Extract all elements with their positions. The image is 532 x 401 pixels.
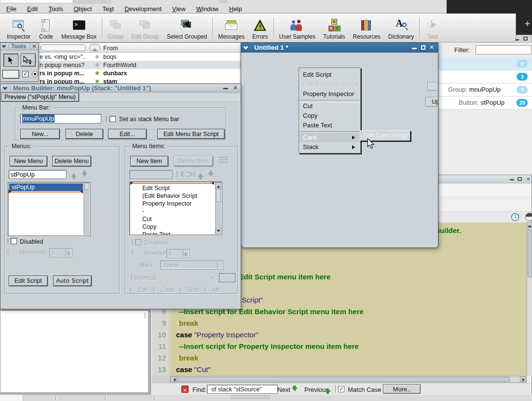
pane-grip-icon[interactable]: [146, 313, 146, 318]
list-scrollbar[interactable]: [215, 182, 221, 234]
listbox-item-edit-script[interactable]: Edit Script: [131, 184, 214, 192]
close-icon[interactable]: [429, 44, 434, 51]
menus-listbox[interactable]: stPopUp: [8, 182, 91, 236]
listbox-item-item[interactable]: -: [131, 207, 214, 215]
delete-item-button[interactable]: Delete Item: [174, 156, 213, 166]
listbox-item-copy[interactable]: Copy: [131, 223, 214, 231]
checkbox-tool-icon[interactable]: [22, 71, 28, 77]
toolbar-button-edit-group[interactable]: Edit Group: [127, 15, 163, 41]
more-button[interactable]: More..: [383, 384, 421, 394]
auto-script-button[interactable]: Auto Script: [53, 276, 92, 286]
scroll-up-icon[interactable]: [216, 182, 221, 189]
delete-menu-button[interactable]: Delete Menu: [52, 156, 91, 166]
reorder-grid-icon[interactable]: [219, 157, 228, 164]
close-icon[interactable]: [526, 176, 531, 182]
item-name-field[interactable]: [129, 170, 173, 179]
new-menubar-button[interactable]: New...: [20, 129, 60, 139]
new-tab-icon[interactable]: [525, 18, 530, 29]
modifier-ctrl-label[interactable]: Ctrl: [138, 287, 147, 293]
menubar-item-edit[interactable]: Edit: [22, 4, 43, 14]
tools-titlebar[interactable]: Tools: [0, 43, 38, 50]
item-mnemonic-stepper[interactable]: ſ: [166, 249, 190, 258]
menu-item-paste-text[interactable]: Paste Text: [299, 121, 360, 130]
modifier-alt-label[interactable]: Alt: [212, 287, 219, 293]
toolbar-button-messages[interactable]: Messages: [214, 15, 248, 41]
menubar-item-text[interactable]: Text: [97, 4, 119, 14]
resize-grip-icon[interactable]: [231, 396, 270, 399]
menu-item-property-inspector[interactable]: Property Inspector: [299, 89, 360, 99]
close-icon[interactable]: [233, 84, 238, 91]
maximize-icon[interactable]: [518, 177, 522, 181]
pointer-tool-button[interactable]: [3, 54, 18, 67]
menus-list-selected-item[interactable]: stPopUp: [9, 183, 83, 191]
shortcut-key-field[interactable]: [219, 273, 235, 282]
mark-dropdown[interactable]: None: [160, 261, 224, 270]
outdent-icon[interactable]: [177, 171, 185, 178]
menubar-item-file[interactable]: File: [1, 4, 22, 14]
scroll-up-icon[interactable]: [527, 222, 532, 228]
edit-menu-script-button[interactable]: Edit Script: [9, 276, 48, 286]
menu-item-edit-behavior-script[interactable]: Edit Behavior Script: [299, 80, 360, 89]
find-input[interactable]: of stack "stSource": [207, 385, 278, 394]
email-search-field[interactable]: [41, 44, 86, 51]
toolbar-button-test[interactable]: Test: [421, 15, 444, 41]
listbox-item-paste-text[interactable]: Paste Text: [131, 231, 214, 235]
clipped-control[interactable]: [427, 82, 438, 91]
stack-titlebar[interactable]: Untitled 1 *: [241, 43, 438, 53]
toolbar-button-resources[interactable]: Resources: [349, 15, 384, 41]
edit-menubar-button[interactable]: Edit...: [108, 129, 147, 139]
chevron-down-icon[interactable]: [244, 45, 248, 50]
clipped-stpopup-button[interactable]: Up: [425, 97, 438, 107]
new-menu-button[interactable]: New Menu: [10, 156, 47, 166]
project-row[interactable]: 0: [437, 57, 532, 70]
history-clock-icon[interactable]: [511, 213, 519, 223]
menu-items-listbox[interactable]: Edit Script(Edit Behavior ScriptProperty…: [129, 181, 222, 235]
move-item-up-icon[interactable]: [197, 170, 205, 178]
chevron-down-icon[interactable]: [2, 44, 6, 48]
scrollbar-thumb[interactable]: [177, 377, 510, 382]
chevron-down-icon[interactable]: [3, 85, 8, 90]
scroll-right-icon[interactable]: [520, 376, 526, 382]
move-item-down-icon[interactable]: [207, 170, 215, 178]
listbox-item-edit-behavior-script[interactable]: (Edit Behavior Script: [131, 192, 214, 200]
listbox-item-cut[interactable]: Cut: [131, 215, 214, 223]
modifier-cmd-label[interactable]: Cmd: [161, 287, 174, 293]
menubar-item-view[interactable]: View: [167, 4, 191, 14]
from-column-header[interactable]: From: [103, 44, 118, 52]
close-find-icon[interactable]: [181, 386, 189, 393]
spinner-icon[interactable]: [66, 249, 71, 256]
minimize-icon[interactable]: [510, 179, 514, 180]
edit-menubar-script-button[interactable]: Edit Menu Bar Script: [157, 129, 225, 139]
spinner-icon[interactable]: [217, 262, 222, 269]
menu-item-copy[interactable]: Copy: [299, 111, 360, 121]
find-next-button[interactable]: Next: [277, 386, 290, 393]
menubar-name-field[interactable]: mnuPopUp: [20, 114, 101, 124]
scrollbar-thumb[interactable]: [216, 189, 221, 202]
match-case-checkbox[interactable]: [338, 386, 344, 392]
maximize-icon[interactable]: [421, 45, 425, 50]
toolbar-button-dictionary[interactable]: Dictionary: [384, 15, 418, 41]
toolbar-button-select-grouped[interactable]: Select Grouped: [163, 15, 211, 41]
menu-name-field[interactable]: stPopUp: [9, 170, 67, 179]
toolbar-button-group[interactable]: Group: [104, 15, 127, 41]
indent-icon[interactable]: [187, 171, 195, 178]
move-down-icon[interactable]: [81, 170, 88, 178]
menu-mnemonic-stepper[interactable]: ſ: [49, 248, 72, 257]
menu-builder-titlebar[interactable]: Menu Builder: mnuPopUp (Stack: "Untitled…: [0, 84, 241, 92]
spinner-icon[interactable]: [183, 250, 188, 257]
project-row[interactable]: 3: [437, 70, 532, 83]
list-scrollbar[interactable]: [83, 183, 90, 235]
scroll-left-icon[interactable]: [170, 376, 177, 382]
pane-grip-icon[interactable]: [144, 313, 145, 318]
item-disabled-checkbox[interactable]: [135, 239, 141, 245]
menubar-item-help[interactable]: Help: [224, 4, 247, 14]
menu-item-cut[interactable]: Cut: [299, 101, 360, 111]
horizontal-scrollbar[interactable]: [170, 376, 527, 383]
menu-disabled-checkbox[interactable]: [11, 238, 17, 244]
toolbar-button-inspector[interactable]: Inspector: [3, 15, 34, 41]
menubar-item-development[interactable]: Development: [119, 4, 167, 14]
menu-item-stack[interactable]: Stack: [299, 142, 360, 152]
color-swatch-button[interactable]: [2, 70, 19, 79]
toolbar-button-user-samples[interactable]: User Samples: [275, 15, 319, 41]
minimize-icon[interactable]: [223, 88, 228, 89]
